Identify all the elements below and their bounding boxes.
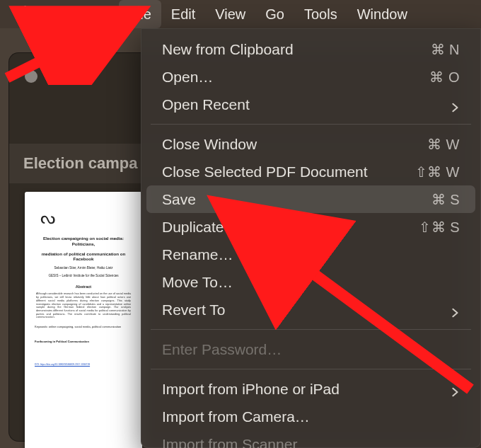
menu-item-new-from-clipboard[interactable]: New from Clipboard ⌘ N	[146, 35, 475, 63]
menu-label: Revert To	[162, 301, 226, 318]
menu-label: Open…	[162, 69, 213, 86]
thumb-abstract-body: Although considerable research has been …	[36, 292, 131, 319]
menu-shortcut: ⌘ O	[429, 69, 460, 86]
chevron-right-icon	[450, 100, 460, 110]
apple-logo-icon[interactable]	[16, 6, 31, 22]
menubar-item-window[interactable]: Window	[347, 0, 417, 28]
menu-item-open[interactable]: Open… ⌘ O	[146, 63, 475, 91]
minimize-traffic-light[interactable]	[47, 70, 60, 83]
thumb-keywords: Keywords: online campaigning, social med…	[35, 325, 132, 328]
menu-label: Rename…	[162, 246, 233, 263]
menu-label: Import from iPhone or iPad	[162, 381, 340, 398]
menu-shortcut: ⌘ W	[427, 136, 460, 153]
menu-item-move-to[interactable]: Move To…	[146, 268, 475, 296]
menu-item-import-camera[interactable]: Import from Camera…	[146, 403, 475, 430]
menu-item-save[interactable]: Save ⌘ S	[146, 185, 475, 213]
menubar-app-name[interactable]: Preview	[45, 0, 119, 28]
menubar-item-tools[interactable]: Tools	[294, 0, 347, 28]
handwritten-mark-icon: ᔓ	[40, 207, 132, 229]
menu-item-duplicate[interactable]: Duplicate ⇧⌘ S	[146, 213, 475, 241]
menubar-item-go[interactable]: Go	[255, 0, 294, 28]
chevron-right-icon	[450, 384, 460, 394]
menu-item-import-scanner[interactable]: Import from Scanner	[146, 430, 475, 448]
menu-item-rename[interactable]: Rename…	[146, 241, 475, 268]
menu-item-open-recent[interactable]: Open Recent	[146, 91, 475, 118]
menu-shortcut: ⇧⌘ S	[419, 219, 460, 236]
menu-label: Duplicate	[162, 219, 224, 236]
menu-item-close-window[interactable]: Close Window ⌘ W	[146, 130, 475, 158]
file-menu-dropdown: New from Clipboard ⌘ N Open… ⌘ O Open Re…	[141, 28, 481, 448]
menu-label: New from Clipboard	[162, 41, 294, 58]
window-traffic-lights	[25, 70, 83, 83]
menu-item-revert-to[interactable]: Revert To	[146, 296, 475, 323]
menu-label: Enter Password…	[162, 341, 282, 358]
sidebar-thumbnail-area: ᔓ Election campaigning on social media: …	[25, 192, 149, 448]
document-title: Election campa	[23, 154, 137, 173]
menu-separator	[151, 369, 471, 369]
menu-label: Open Recent	[162, 96, 250, 113]
menu-label: Import from Camera…	[162, 408, 310, 425]
zoom-traffic-light[interactable]	[70, 70, 83, 83]
menu-shortcut: ⌘ S	[431, 191, 460, 208]
thumb-authors: Sebastian Stier, Arnim Bleier, Haiko Lie…	[35, 266, 132, 270]
menubar-item-view[interactable]: View	[205, 0, 255, 28]
menu-item-close-selected-pdf[interactable]: Close Selected PDF Document ⇧⌘ W	[146, 158, 475, 185]
menubar: Preview File Edit View Go Tools Window	[0, 0, 481, 28]
menubar-item-edit[interactable]: Edit	[161, 0, 205, 28]
menu-shortcut: ⌘ N	[431, 41, 460, 58]
page-thumbnail[interactable]: ᔓ Election campaigning on social media: …	[25, 192, 142, 448]
chevron-right-icon	[450, 305, 460, 315]
menu-item-import-iphone-ipad[interactable]: Import from iPhone or iPad	[146, 375, 475, 403]
thumb-title-line2: mediation of political communication on …	[37, 251, 129, 263]
menu-label: Move To…	[162, 274, 233, 291]
menu-separator	[151, 124, 471, 125]
menu-label: Import from Scanner	[162, 436, 297, 449]
thumb-affiliation: GESIS – Leibniz Institute for the Social…	[35, 274, 132, 278]
menu-label: Close Window	[162, 136, 257, 153]
thumb-title-line1: Election campaigning on social media: Po…	[37, 236, 129, 247]
menu-shortcut: ⇧⌘ W	[415, 163, 460, 180]
menu-label: Close Selected PDF Document	[162, 163, 368, 180]
thumb-doi-link: DOI: https://doi.org/10.1080/10584609.20…	[35, 363, 132, 366]
menu-label: Save	[162, 191, 196, 208]
menu-separator	[151, 329, 471, 330]
thumb-abstract-heading: Abstract	[35, 285, 132, 289]
close-traffic-light[interactable]	[25, 70, 37, 83]
thumb-footer: Forthcoming in Political Communication	[35, 340, 132, 343]
menu-item-enter-password: Enter Password…	[146, 335, 475, 363]
menubar-item-file[interactable]: File	[119, 0, 161, 28]
